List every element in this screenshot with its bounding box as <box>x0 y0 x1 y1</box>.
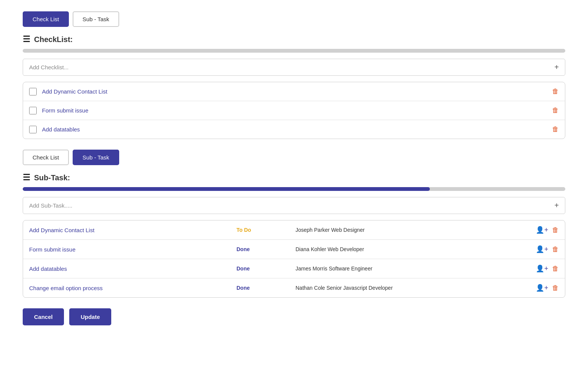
subtask-title: ☰ Sub-Task: <box>23 173 565 183</box>
assign-icon-1[interactable]: 👤+ <box>536 226 548 234</box>
subtask-delete-4[interactable]: 🗑 <box>552 284 559 292</box>
checklist-item-label-2: Form submit issue <box>42 107 547 114</box>
checklist-delete-3[interactable]: 🗑 <box>552 125 559 133</box>
assign-icon-3[interactable]: 👤+ <box>536 264 548 273</box>
footer-buttons: Cancel Update <box>23 308 565 325</box>
checklist-delete-2[interactable]: 🗑 <box>552 106 559 114</box>
add-checklist-placeholder: Add Checklist... <box>29 64 68 70</box>
tab-subtask-bottom[interactable]: Sub - Task <box>73 150 119 165</box>
tab-checklist-bottom[interactable]: Check List <box>23 150 69 165</box>
checklist-checkbox-3[interactable] <box>29 126 37 133</box>
checklist-title-text: CheckList: <box>34 35 73 44</box>
subtask-item: Add Dynamic Contact List To Do Joseph Pa… <box>23 220 565 240</box>
assign-icon-2[interactable]: 👤+ <box>536 245 548 253</box>
checklist-item-label-3: Add datatables <box>42 126 547 133</box>
add-checklist-plus-icon[interactable]: + <box>554 63 559 72</box>
subtask-delete-1[interactable]: 🗑 <box>552 226 559 234</box>
checklist-item-label-1: Add Dynamic Contact List <box>42 88 547 95</box>
subtask-title-text: Sub-Task: <box>34 173 70 182</box>
checklist-icon: ☰ <box>23 34 30 44</box>
subtask-item: Form submit issue Done Diana Kohler Web … <box>23 240 565 259</box>
checklist-checkbox-1[interactable] <box>29 88 37 95</box>
checklist-item: Add datatables 🗑 <box>23 120 565 139</box>
tab-checklist-top[interactable]: Check List <box>23 11 69 27</box>
subtask-progress-fill <box>23 187 430 191</box>
add-subtask-row[interactable]: Add Sub-Task..... + <box>23 197 565 214</box>
checklist-items-container: Add Dynamic Contact List 🗑 Form submit i… <box>23 82 565 139</box>
subtask-actions-4: 👤+ 🗑 <box>536 284 559 292</box>
subtask-item: Add datatables Done James Morris Softwar… <box>23 259 565 278</box>
subtask-assignee-4: Nathan Cole Senior Javascript Developer <box>296 285 530 291</box>
subtask-icon: ☰ <box>23 173 30 183</box>
update-button[interactable]: Update <box>69 308 111 325</box>
subtask-name-4: Change email option process <box>29 285 230 291</box>
subtask-delete-2[interactable]: 🗑 <box>552 245 559 253</box>
subtask-assignee-3: James Morris Software Engineer <box>296 266 530 272</box>
add-checklist-row[interactable]: Add Checklist... + <box>23 59 565 76</box>
checklist-title: ☰ CheckList: <box>23 34 565 44</box>
subtask-section: ☰ Sub-Task: Add Sub-Task..... + Add Dyna… <box>23 173 565 298</box>
add-subtask-placeholder: Add Sub-Task..... <box>29 202 72 209</box>
subtask-progress-bar <box>23 187 565 191</box>
subtask-assignee-2: Diana Kohler Web Developer <box>296 246 530 252</box>
subtask-status-1: To Do <box>236 227 289 233</box>
checklist-delete-1[interactable]: 🗑 <box>552 87 559 95</box>
checklist-checkbox-2[interactable] <box>29 107 37 114</box>
subtask-delete-3[interactable]: 🗑 <box>552 265 559 273</box>
subtask-name-1: Add Dynamic Contact List <box>29 227 230 233</box>
checklist-item: Add Dynamic Contact List 🗑 <box>23 82 565 101</box>
checklist-item: Form submit issue 🗑 <box>23 101 565 120</box>
assign-icon-4[interactable]: 👤+ <box>536 284 548 292</box>
subtask-status-2: Done <box>236 246 289 252</box>
subtask-name-3: Add datatables <box>29 266 230 272</box>
subtask-actions-1: 👤+ 🗑 <box>536 226 559 234</box>
subtask-status-4: Done <box>236 285 289 291</box>
add-subtask-plus-icon[interactable]: + <box>554 201 559 210</box>
subtask-status-3: Done <box>236 266 289 272</box>
checklist-progress-bar <box>23 49 565 53</box>
subtask-name-2: Form submit issue <box>29 246 230 253</box>
tab-subtask-top[interactable]: Sub - Task <box>73 11 119 27</box>
checklist-section: ☰ CheckList: Add Checklist... + Add Dyna… <box>23 34 565 139</box>
top-tab-group: Check List Sub - Task <box>23 11 565 27</box>
subtask-actions-3: 👤+ 🗑 <box>536 264 559 273</box>
cancel-button[interactable]: Cancel <box>23 308 64 325</box>
bottom-tab-group: Check List Sub - Task <box>23 150 565 165</box>
subtask-items-container: Add Dynamic Contact List To Do Joseph Pa… <box>23 220 565 298</box>
subtask-assignee-1: Joseph Parker Web Designer <box>296 227 530 233</box>
subtask-actions-2: 👤+ 🗑 <box>536 245 559 253</box>
subtask-item: Change email option process Done Nathan … <box>23 278 565 297</box>
